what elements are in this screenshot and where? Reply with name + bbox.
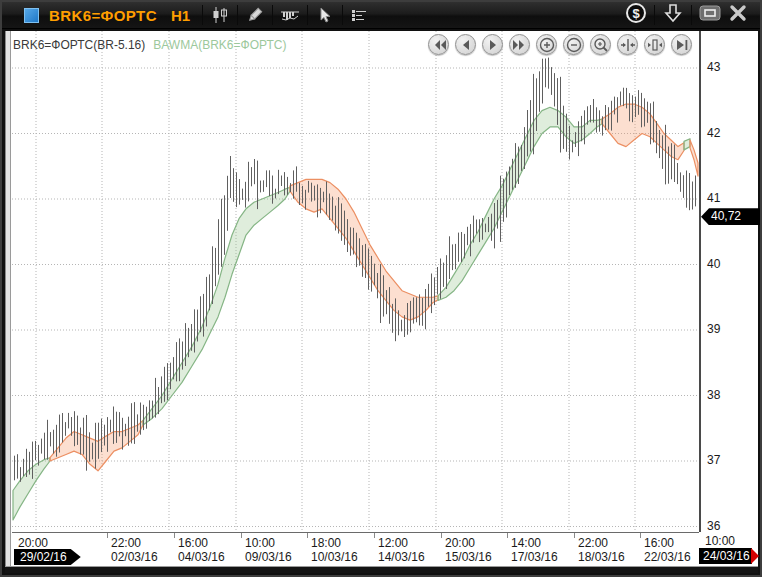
price-tick-label: 39 (707, 322, 720, 336)
price-tick-label: 38 (707, 388, 720, 402)
price-tick-label: 41 (707, 191, 720, 205)
chart-nav-toolbar (428, 34, 716, 55)
zoom-in-icon (538, 36, 556, 54)
candlestick-chart-button[interactable] (207, 4, 233, 26)
time-tick-mark (441, 533, 442, 538)
pencil-draw-icon (246, 7, 264, 23)
time-tick-mark (374, 533, 375, 538)
fast-forward-button[interactable] (509, 34, 530, 55)
legend-instrument: BRK6=ФОРТС(BR-5.16) (13, 38, 145, 52)
expand-horizontal-button[interactable] (644, 34, 665, 55)
price-axis: 40,72 4342414039383736 (699, 31, 758, 532)
close-button[interactable] (724, 3, 752, 27)
date-label: 14/03/16 (378, 550, 425, 564)
restore-button[interactable] (696, 3, 724, 27)
date-label: 02/03/16 (111, 550, 158, 564)
time-tick-mark (574, 533, 575, 538)
date-label: 18/03/16 (578, 550, 625, 564)
price-tick-label: 37 (707, 453, 720, 467)
time-tick-mark (640, 533, 641, 538)
time-tick-mark (307, 533, 308, 538)
legend-indicator: BAWMA(BRK6=ФОРТС) (153, 38, 286, 52)
step-backward-icon (457, 36, 475, 54)
date-label: 15/03/16 (445, 550, 492, 564)
toolbar-separator (272, 5, 273, 25)
zoom-in-button[interactable] (536, 34, 557, 55)
panel-splitter[interactable] (5, 31, 11, 573)
restore-icon (699, 4, 721, 26)
chart-window: BRK6=ФОРТС H1 $ BRK6=ФОРТС(BR-5.16)BAWMA… (0, 0, 762, 577)
expand-horizontal-icon (646, 36, 664, 54)
time-label: 16:00 (178, 536, 208, 550)
end-date-marker: 24/03/16 (699, 548, 752, 564)
indicator-chart-button[interactable] (277, 4, 303, 26)
download-arrow-icon (664, 3, 682, 27)
compress-horizontal-icon (619, 36, 637, 54)
price-tick-label: 42 (707, 126, 720, 140)
end-time-label: 10:00 (705, 534, 735, 548)
toolbar-separator (342, 5, 343, 25)
toolbar-separator (237, 5, 238, 25)
chart-legend: BRK6=ФОРТС(BR-5.16)BAWMA(BRK6=ФОРТС) (13, 38, 286, 52)
zoom-out-button[interactable] (563, 34, 584, 55)
zoom-region-icon (592, 36, 610, 54)
time-axis: 20:0029/02/1622:0002/03/1616:0004/03/161… (12, 532, 699, 566)
window-controls: $ (622, 3, 752, 27)
fast-backward-button[interactable] (428, 34, 449, 55)
time-tick-mark (241, 533, 242, 538)
price-tick-label: 36 (707, 519, 720, 533)
go-to-end-icon (673, 36, 691, 54)
time-tick-mark (507, 533, 508, 538)
indicator-chart-icon (280, 7, 300, 23)
svg-text:$: $ (632, 6, 640, 21)
volume-profile-button[interactable] (347, 4, 373, 26)
date-label: 04/03/16 (178, 550, 225, 564)
download-arrow-button[interactable] (659, 3, 687, 27)
zoom-region-button[interactable] (590, 34, 611, 55)
date-label: 09/03/16 (245, 550, 292, 564)
price-tick-label: 40 (707, 257, 720, 271)
toolbar-separator (691, 5, 692, 25)
window-icon (24, 8, 39, 23)
candlestick-chart-icon (211, 7, 229, 23)
bottom-frame (5, 566, 758, 573)
time-label: 22:00 (578, 536, 608, 550)
fast-backward-icon (430, 36, 448, 54)
end-date-arrow-icon (751, 548, 759, 564)
fast-forward-icon (511, 36, 529, 54)
volume-profile-icon (350, 7, 370, 23)
step-backward-button[interactable] (455, 34, 476, 55)
time-tick-mark (107, 533, 108, 538)
cursor-pointer-button[interactable] (312, 4, 338, 26)
time-tick-mark (174, 533, 175, 538)
close-icon (729, 4, 747, 26)
dollar-button[interactable]: $ (622, 3, 650, 27)
zoom-out-icon (565, 36, 583, 54)
compress-horizontal-button[interactable] (617, 34, 638, 55)
date-label: 22/03/16 (644, 550, 691, 564)
time-label: 18:00 (311, 536, 341, 550)
time-label: 20:00 (18, 536, 48, 550)
title-symbol: BRK6=ФОРТС (49, 7, 157, 24)
time-label: 14:00 (511, 536, 541, 550)
time-axis-corner: 10:00 24/03/16 (699, 532, 758, 566)
chart-plot[interactable] (12, 31, 699, 532)
toolbar-separator (202, 5, 203, 25)
time-label: 22:00 (111, 536, 141, 550)
date-label: 17/03/16 (511, 550, 558, 564)
time-label: 10:00 (245, 536, 275, 550)
last-price-marker: 40,72 (701, 208, 760, 225)
step-forward-button[interactable] (482, 34, 503, 55)
time-label: 12:00 (378, 536, 408, 550)
start-date-marker: 29/02/16 (14, 549, 81, 565)
price-tick-label: 43 (707, 60, 720, 74)
chart-panel: BRK6=ФОРТС(BR-5.16)BAWMA(BRK6=ФОРТС) 40,… (5, 31, 758, 573)
pencil-draw-button[interactable] (242, 4, 268, 26)
title-bar: BRK6=ФОРТС H1 $ (2, 2, 760, 29)
toolbar-separator (654, 5, 655, 25)
title-timeframe: H1 (171, 7, 190, 24)
toolbar-separator (307, 5, 308, 25)
go-to-end-button[interactable] (671, 34, 692, 55)
cursor-pointer-icon (317, 7, 333, 24)
time-label: 16:00 (644, 536, 674, 550)
